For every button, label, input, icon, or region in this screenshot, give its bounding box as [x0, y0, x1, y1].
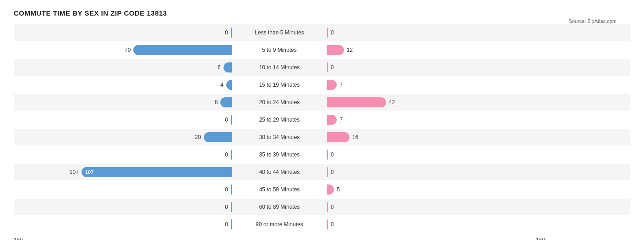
male-bar [231, 150, 232, 160]
row-label: 10 to 14 Minutes [234, 64, 325, 71]
male-bar [204, 132, 232, 142]
female-section: 42 [325, 97, 545, 107]
female-bar [327, 167, 328, 177]
chart-row: 0Less than 5 Minutes0 [14, 24, 630, 41]
row-label: 60 to 89 Minutes [234, 204, 325, 210]
male-section: 0 [14, 202, 234, 212]
male-bar: 107 [82, 167, 232, 177]
chart-row: 035 to 39 Minutes0 [14, 146, 630, 163]
female-bar [327, 62, 328, 73]
male-section: 0 [14, 184, 234, 195]
chart-row: 025 to 29 Minutes7 [14, 112, 630, 128]
male-bar [231, 184, 232, 195]
female-value: 0 [331, 204, 334, 210]
male-section: 70 [14, 45, 234, 55]
male-value: 4 [220, 82, 224, 88]
row-label: 15 to 19 Minutes [234, 82, 325, 88]
male-bar [224, 62, 232, 73]
male-bar [220, 97, 232, 107]
female-section: 0 [325, 62, 545, 73]
male-section: 0 [14, 219, 234, 229]
row-label: 90 or more Minutes [234, 221, 325, 228]
female-value: 0 [331, 64, 334, 71]
row-label: 25 to 29 Minutes [234, 117, 325, 123]
chart-row: 060 to 89 Minutes0 [14, 199, 630, 215]
female-bar [327, 132, 349, 142]
female-bar [327, 202, 328, 212]
male-bar [231, 28, 232, 38]
female-section: 5 [325, 184, 545, 195]
male-value: 0 [225, 117, 228, 123]
male-section: 20 [14, 132, 234, 142]
male-value: 70 [125, 47, 131, 53]
row-label: 35 to 39 Minutes [234, 151, 325, 158]
male-bar [231, 219, 232, 229]
female-value: 0 [331, 151, 334, 158]
chart-row: 10710740 to 44 Minutes0 [14, 164, 630, 180]
male-value: 0 [225, 204, 228, 210]
female-bar [327, 150, 328, 160]
male-value: 8 [215, 99, 218, 106]
chart-row: 415 to 19 Minutes7 [14, 77, 630, 93]
chart-row: 045 to 59 Minutes5 [14, 181, 630, 198]
male-bar [133, 45, 232, 55]
female-bar [327, 115, 337, 125]
male-bar [231, 202, 232, 212]
female-section: 0 [325, 219, 545, 229]
chart-container: 0Less than 5 Minutes0705 to 9 Minutes126… [14, 24, 630, 233]
female-bar [327, 45, 344, 55]
male-section: 8 [14, 97, 234, 107]
female-section: 12 [325, 45, 545, 55]
male-value: 20 [195, 134, 201, 140]
male-value: 107 [70, 169, 79, 175]
chart-row: 705 to 9 Minutes12 [14, 42, 630, 58]
female-section: 0 [325, 150, 545, 160]
row-label: 30 to 34 Minutes [234, 134, 325, 140]
female-section: 7 [325, 115, 545, 125]
male-value: 0 [225, 186, 228, 193]
female-section: 0 [325, 167, 545, 177]
row-label: 20 to 24 Minutes [234, 99, 325, 106]
row-label: Less than 5 Minutes [234, 29, 325, 36]
male-value: 0 [225, 151, 228, 158]
axis-left-value: 150 [14, 237, 23, 240]
female-bar [327, 97, 386, 107]
male-section: 0 [14, 150, 234, 160]
female-value: 42 [389, 99, 395, 106]
male-value: 0 [225, 221, 228, 228]
male-section: 0 [14, 115, 234, 125]
female-value: 0 [331, 169, 334, 175]
female-bar [327, 80, 337, 90]
female-bar [327, 219, 328, 229]
female-value: 0 [331, 221, 334, 228]
female-value: 7 [339, 117, 343, 123]
female-value: 16 [352, 134, 358, 140]
male-bar [231, 115, 232, 125]
female-value: 5 [337, 186, 340, 193]
chart-row: 610 to 14 Minutes0 [14, 59, 630, 76]
female-value: 0 [331, 29, 334, 36]
female-bar [327, 184, 334, 195]
male-section: 6 [14, 62, 234, 73]
row-label: 45 to 59 Minutes [234, 186, 325, 193]
female-value: 12 [347, 47, 353, 53]
female-section: 16 [325, 132, 545, 142]
chart-title: COMMUTE TIME BY SEX IN ZIP CODE 13813 [14, 9, 630, 17]
axis-row: 150 150 [14, 234, 630, 240]
male-value: 6 [218, 64, 221, 71]
source-label: Source: ZipAtlas.com [568, 18, 617, 24]
male-value: 0 [225, 29, 228, 36]
female-section: 0 [325, 202, 545, 212]
row-label: 40 to 44 Minutes [234, 169, 325, 175]
axis-right-value: 150 [536, 237, 545, 240]
chart-row: 820 to 24 Minutes42 [14, 94, 630, 111]
chart-row: 2030 to 34 Minutes16 [14, 129, 630, 145]
row-label: 5 to 9 Minutes [234, 47, 325, 53]
male-section: 107107 [14, 167, 234, 177]
female-section: 0 [325, 28, 545, 38]
chart-row: 090 or more Minutes0 [14, 216, 630, 233]
male-bar [226, 80, 232, 90]
female-bar [327, 28, 328, 38]
female-section: 7 [325, 80, 545, 90]
female-value: 7 [339, 82, 343, 88]
